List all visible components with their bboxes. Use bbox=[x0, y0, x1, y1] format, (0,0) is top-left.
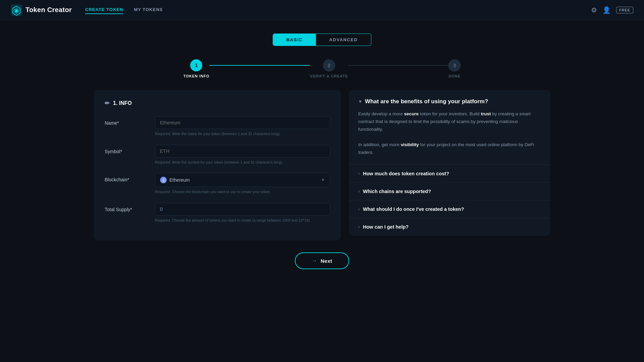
faq-item-1-chevron-icon: › bbox=[358, 171, 360, 176]
header: Token Creator CREATE TOKEN MY TOKENS ⚙ 👤… bbox=[0, 0, 644, 20]
faq-main-title-text: What are the benefits of using your plat… bbox=[365, 98, 488, 105]
nav-create-token[interactable]: CREATE TOKEN bbox=[85, 6, 123, 14]
user-icon[interactable]: 👤 bbox=[602, 6, 611, 14]
name-row: Name* Required. Write the name for your … bbox=[105, 116, 330, 137]
header-right: ⚙ 👤 FREE bbox=[591, 6, 633, 14]
faq-item-1-title: How much does token creation cost? bbox=[363, 171, 449, 176]
faq-item-3[interactable]: › What should I do once I've created a t… bbox=[349, 200, 550, 218]
blockchain-row: Blockchain* Ξ Ethereum ▼ Required. Choos… bbox=[105, 173, 330, 195]
blockchain-left: Ξ Ethereum bbox=[160, 177, 190, 183]
form-card-title: ✏ 1. INFO bbox=[105, 100, 330, 107]
name-field: Required. Write the name for your token … bbox=[155, 116, 330, 137]
symbol-field: Required. Write the symbol for your toke… bbox=[155, 145, 330, 165]
logo-icon bbox=[11, 4, 22, 16]
faq-item-2-title: Which chains are supported? bbox=[363, 189, 431, 194]
step-line-1 bbox=[209, 65, 310, 66]
tab-advanced[interactable]: ADVANCED bbox=[316, 34, 371, 46]
faq-item-3-chevron-icon: › bbox=[358, 207, 360, 212]
faq-item-2[interactable]: › Which chains are supported? bbox=[349, 183, 550, 200]
section-title: 1. INFO bbox=[113, 100, 132, 106]
two-col-layout: ✏ 1. INFO Name* Required. Write the name… bbox=[94, 90, 550, 240]
total-supply-field: Required. Choose the amount of tokens yo… bbox=[155, 203, 330, 223]
blockchain-hint: Required. Choose the blockchain you want… bbox=[155, 189, 330, 195]
total-supply-label: Total Supply* bbox=[105, 203, 148, 212]
faq-main-body: Easily develop a more secure token for y… bbox=[358, 110, 541, 157]
blockchain-chevron-icon: ▼ bbox=[321, 178, 325, 182]
step-3-circle: 3 bbox=[448, 59, 461, 71]
free-badge: FREE bbox=[616, 7, 633, 13]
faq-main-title[interactable]: ▼ What are the benefits of using your pl… bbox=[358, 98, 541, 105]
faq-card: ▼ What are the benefits of using your pl… bbox=[349, 90, 550, 236]
edit-icon: ✏ bbox=[105, 100, 110, 107]
faq-item-2-chevron-icon: › bbox=[358, 189, 360, 194]
faq-item-1[interactable]: › How much does token creation cost? bbox=[349, 165, 550, 183]
next-button[interactable]: → Next bbox=[295, 252, 349, 269]
faq-item-3-title: What should I do once I've created a tok… bbox=[363, 206, 464, 212]
stepper: 1 TOKEN INFO 2 VERIFY & CREATE 3 DONE bbox=[94, 59, 550, 78]
blockchain-value: Ethereum bbox=[169, 177, 190, 183]
step-line-2 bbox=[348, 65, 448, 66]
next-arrow-icon: → bbox=[312, 258, 317, 264]
main-nav: CREATE TOKEN MY TOKENS bbox=[85, 6, 591, 14]
blockchain-label: Blockchain* bbox=[105, 173, 148, 182]
logo-text: Token Creator bbox=[25, 6, 72, 14]
name-hint: Required. Write the name for your token … bbox=[155, 131, 330, 137]
tab-basic[interactable]: BASIC bbox=[273, 34, 316, 46]
form-card: ✏ 1. INFO Name* Required. Write the name… bbox=[94, 90, 341, 240]
symbol-row: Symbol* Required. Write the symbol for y… bbox=[105, 145, 330, 165]
blockchain-select[interactable]: Ξ Ethereum ▼ bbox=[155, 173, 330, 187]
total-supply-row: Total Supply* Required. Choose the amoun… bbox=[105, 203, 330, 223]
step-2: 2 VERIFY & CREATE bbox=[310, 59, 348, 78]
step-3: 3 DONE bbox=[448, 59, 461, 78]
eth-icon: Ξ bbox=[160, 177, 167, 183]
symbol-hint: Required. Write the symbol for your toke… bbox=[155, 160, 330, 165]
main-content: BASIC ADVANCED 1 TOKEN INFO 2 VERIFY & C… bbox=[0, 20, 644, 283]
nav-my-tokens[interactable]: MY TOKENS bbox=[134, 6, 163, 14]
faq-main-chevron-icon: ▼ bbox=[358, 99, 362, 104]
next-button-label: Next bbox=[321, 258, 332, 264]
name-label: Name* bbox=[105, 116, 148, 126]
faq-col: ▼ What are the benefits of using your pl… bbox=[349, 90, 550, 240]
faq-item-4-chevron-icon: › bbox=[358, 225, 360, 229]
faq-item-4[interactable]: › How can I get help? bbox=[349, 218, 550, 236]
tab-group: BASIC ADVANCED bbox=[273, 34, 372, 46]
step-1: 1 TOKEN INFO bbox=[183, 59, 210, 78]
step-2-label: VERIFY & CREATE bbox=[310, 74, 348, 78]
faq-item-4-title: How can I get help? bbox=[363, 224, 409, 230]
total-supply-hint: Required. Choose the amount of tokens yo… bbox=[155, 218, 330, 223]
step-1-label: TOKEN INFO bbox=[183, 74, 210, 78]
symbol-input[interactable] bbox=[155, 145, 330, 158]
symbol-label: Symbol* bbox=[105, 145, 148, 154]
total-supply-input[interactable] bbox=[155, 203, 330, 216]
next-row: → Next bbox=[94, 252, 550, 269]
name-input[interactable] bbox=[155, 116, 330, 129]
tabs-row: BASIC ADVANCED bbox=[94, 34, 550, 46]
blockchain-field: Ξ Ethereum ▼ Required. Choose the blockc… bbox=[155, 173, 330, 195]
step-1-circle: 1 bbox=[190, 59, 202, 71]
logo-area: Token Creator bbox=[11, 4, 72, 16]
step-2-circle: 2 bbox=[323, 59, 335, 71]
faq-main: ▼ What are the benefits of using your pl… bbox=[349, 90, 550, 165]
settings-icon[interactable]: ⚙ bbox=[591, 6, 597, 14]
form-col: ✏ 1. INFO Name* Required. Write the name… bbox=[94, 90, 341, 240]
step-3-label: DONE bbox=[448, 74, 461, 78]
